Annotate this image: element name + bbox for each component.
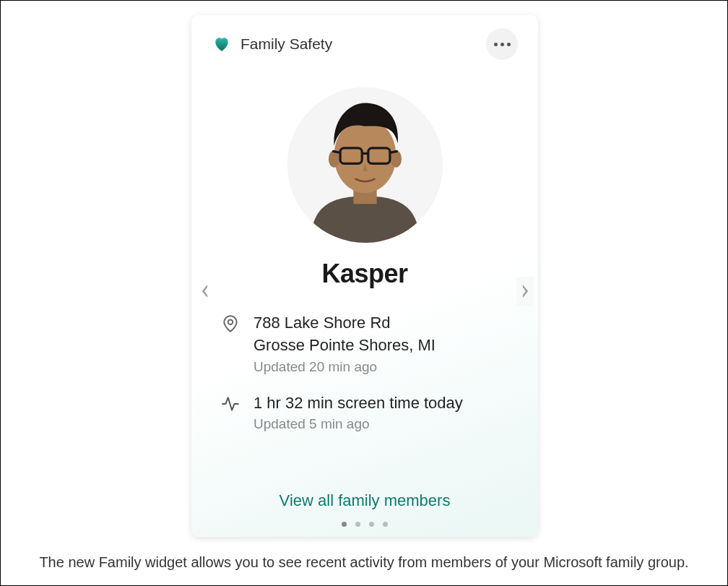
family-widget-container: Family Safety	[191, 15, 538, 537]
family-safety-heart-icon	[212, 34, 232, 54]
footer-link-area: View all family members	[212, 491, 518, 527]
more-options-button[interactable]	[486, 28, 518, 60]
next-member-arrow[interactable]	[516, 277, 534, 306]
location-updated: Updated 20 min ago	[254, 359, 518, 375]
avatar-section: Kasper	[212, 87, 518, 289]
page-dot[interactable]	[342, 522, 347, 527]
member-name: Kasper	[321, 259, 407, 289]
page-dot[interactable]	[355, 522, 360, 527]
header-left: Family Safety	[212, 34, 332, 54]
ellipsis-icon	[507, 43, 511, 46]
member-avatar[interactable]	[287, 87, 443, 243]
view-all-link[interactable]: View all family members	[280, 491, 451, 509]
svg-line-9	[389, 151, 397, 152]
page-dot[interactable]	[383, 522, 388, 527]
family-widget-card: Family Safety	[191, 15, 538, 537]
screentime-value: 1 hr 32 min screen time today	[254, 392, 518, 415]
ellipsis-icon	[500, 43, 504, 46]
page-dot[interactable]	[369, 522, 374, 527]
pagination-dots	[212, 522, 518, 527]
prev-member-arrow[interactable]	[196, 277, 213, 306]
screentime-updated: Updated 5 min ago	[254, 416, 518, 432]
location-line2: Grosse Pointe Shores, MI	[254, 335, 518, 357]
location-line1: 788 Lake Shore Rd	[254, 312, 518, 335]
activity-pulse-icon	[220, 395, 240, 415]
screentime-row[interactable]: 1 hr 32 min screen time today Updated 5 …	[220, 392, 518, 433]
svg-line-8	[332, 151, 340, 152]
ellipsis-icon	[494, 43, 498, 46]
widget-header: Family Safety	[212, 30, 518, 59]
caption-text: The new Family widget allows you to see …	[1, 554, 727, 571]
info-section: 788 Lake Shore Rd Grosse Pointe Shores, …	[212, 312, 518, 449]
location-content: 788 Lake Shore Rd Grosse Pointe Shores, …	[254, 312, 518, 375]
location-pin-icon	[220, 314, 240, 335]
screentime-content: 1 hr 32 min screen time today Updated 5 …	[254, 392, 518, 433]
widget-title: Family Safety	[240, 35, 332, 53]
location-row[interactable]: 788 Lake Shore Rd Grosse Pointe Shores, …	[220, 312, 518, 375]
svg-point-10	[228, 320, 233, 325]
